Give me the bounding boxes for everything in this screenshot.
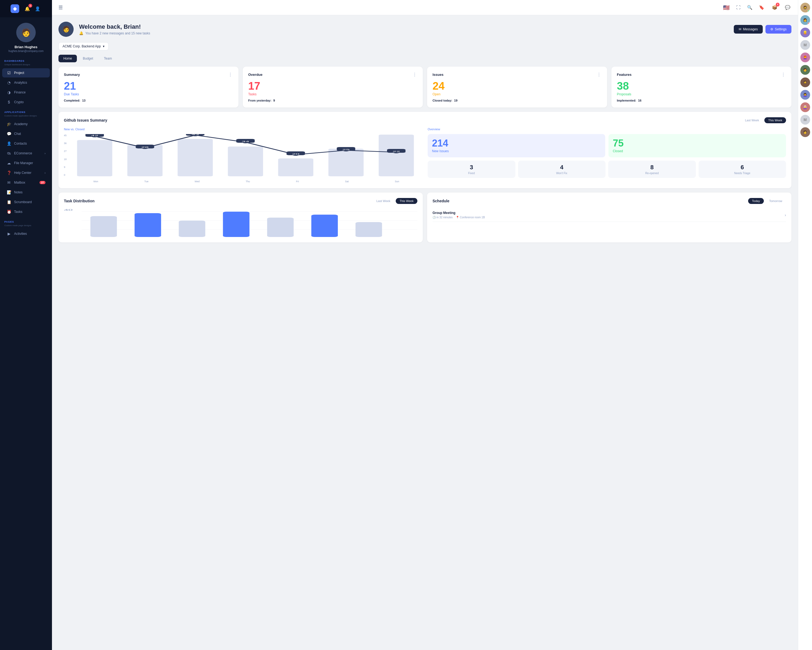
tomorrow-btn[interactable]: Tomorrow xyxy=(765,198,786,204)
sidebar-item-contacts-label: Contacts xyxy=(14,142,27,145)
hamburger-menu[interactable]: ☰ xyxy=(58,5,63,11)
sidebar-item-helpcenter[interactable]: ❓ Help Center › xyxy=(2,168,50,177)
messages-button[interactable]: ✉ Messages xyxy=(734,25,763,34)
sidebar-item-academy-label: Academy xyxy=(14,122,27,126)
notifications-icon[interactable]: 🔔 3 xyxy=(24,5,31,12)
right-avatar-3[interactable]: 👱 xyxy=(800,28,810,37)
bookmark-icon[interactable]: 🔖 xyxy=(759,5,765,10)
right-avatar-5[interactable]: 👩‍🦰 xyxy=(800,52,810,62)
sidebar-item-tasks-label: Tasks xyxy=(14,210,23,214)
new-issues-card: 214 New Issues xyxy=(427,134,605,158)
busy-indicator xyxy=(808,23,810,24)
right-avatar-4[interactable]: M xyxy=(800,40,810,50)
overdue-menu[interactable]: ⋮ xyxy=(412,72,417,77)
topbar-chat-icon[interactable]: 💬 xyxy=(785,5,791,10)
sidebar-item-notes[interactable]: 📝 Notes xyxy=(2,188,50,197)
right-avatar-1[interactable]: 🧔 xyxy=(800,3,810,12)
fullscreen-icon[interactable]: ⛶ xyxy=(736,5,740,10)
analytics-icon: ◔ xyxy=(6,80,11,85)
svg-text:34: 34 xyxy=(242,140,249,143)
project-selector[interactable]: ACME Corp. Backend App ▾ xyxy=(58,42,108,50)
week-toggle: Last Week This Week xyxy=(741,117,786,123)
search-icon[interactable]: 🔍 xyxy=(747,5,752,10)
sidebar-item-mailbox[interactable]: ✉ Mailbox 27 xyxy=(2,178,50,187)
sidebar-item-ecommerce[interactable]: 🛍 ECommerce › xyxy=(2,149,50,158)
app-logo[interactable]: ◈ xyxy=(11,5,19,13)
settings-gear-icon: ⚙ xyxy=(770,28,773,31)
svg-text:20: 20 xyxy=(292,153,300,155)
sidebar-item-chat[interactable]: 💬 Chat xyxy=(2,129,50,138)
sidebar-item-finance[interactable]: ◑ Finance xyxy=(2,88,50,97)
sidebar-top: ◈ 🔔 3 👤 xyxy=(0,0,52,17)
issues-menu[interactable]: ⋮ xyxy=(597,72,602,77)
svg-rect-4 xyxy=(278,158,313,176)
overview-area: Overview 214 New Issues 75 Closed xyxy=(427,128,786,183)
sidebar: ◈ 🔔 3 👤 🧑 Brian Hughes hughes.brian@comp… xyxy=(0,0,52,650)
right-avatar-11[interactable]: 🧑 xyxy=(800,127,810,137)
svg-rect-2 xyxy=(177,139,213,176)
crypto-icon: $ xyxy=(6,100,11,104)
sidebar-item-academy[interactable]: 🎓 Academy xyxy=(2,119,50,128)
main-tabs: Home Budget Team xyxy=(58,55,791,62)
github-chart-area: New vs. Closed 45 36 27 18 9 0 xyxy=(64,128,422,183)
issues-label: Open xyxy=(432,92,602,96)
sidebar-avatar[interactable]: 🧑 xyxy=(16,23,36,42)
sidebar-item-contacts[interactable]: 👤 Contacts xyxy=(2,139,50,148)
user-profile-icon[interactable]: 👤 xyxy=(34,5,41,12)
right-avatar-10[interactable]: M xyxy=(800,115,810,125)
task-last-week-btn[interactable]: Last Week xyxy=(372,198,394,204)
features-menu[interactable]: ⋮ xyxy=(781,72,786,77)
tab-budget[interactable]: Budget xyxy=(78,55,98,62)
sidebar-item-analytics[interactable]: ◔ Analytics xyxy=(2,78,50,87)
reopened-label: Re-opened xyxy=(611,172,693,175)
right-avatar-9[interactable]: 👩‍🦳 xyxy=(800,102,810,112)
svg-rect-6 xyxy=(379,135,414,176)
main-area: ☰ 🇺🇸 ⛶ 🔍 🔖 📦 5 💬 🧑 Welcome back, Brian! … xyxy=(52,0,798,650)
settings-button[interactable]: ⚙ Settings xyxy=(765,25,791,34)
scrumboard-icon: 📋 xyxy=(6,200,11,204)
tab-team[interactable]: Team xyxy=(99,55,117,62)
sidebar-user-email: hughes.brian@company.com xyxy=(8,50,43,52)
schedule-meeting-title: Group Meeting xyxy=(432,211,485,215)
right-avatar-7[interactable]: 🧔 xyxy=(800,78,810,87)
chart-svg: 42 28 43 34 xyxy=(70,134,422,176)
right-avatar-8[interactable]: 👩‍🦱 xyxy=(800,90,810,99)
sidebar-item-crypto[interactable]: $ Crypto xyxy=(2,98,50,107)
schedule-chevron-right[interactable]: › xyxy=(785,213,786,217)
task-this-week-btn[interactable]: This Week xyxy=(396,198,417,204)
fixed-card: 3 Fixed xyxy=(427,161,515,178)
sidebar-item-activities[interactable]: ▶ Activities xyxy=(2,229,50,238)
flag-icon[interactable]: 🇺🇸 xyxy=(723,5,730,11)
issues-title: Issues xyxy=(432,73,443,76)
sidebar-item-crypto-label: Crypto xyxy=(14,100,24,104)
svg-text:42: 42 xyxy=(91,134,99,137)
task-dist-header: Task Distribution Last Week This Week xyxy=(64,198,417,204)
right-avatar-6[interactable]: 🧑 xyxy=(800,65,810,75)
svg-rect-1 xyxy=(127,145,162,176)
fixed-label: Fixed xyxy=(431,172,512,175)
right-avatar-2[interactable]: 👩 xyxy=(800,15,810,25)
this-week-btn[interactable]: This Week xyxy=(765,117,786,123)
closed-label: Closed xyxy=(613,149,623,153)
helpcenter-icon: ❓ xyxy=(6,171,11,175)
sidebar-item-scrumboard[interactable]: 📋 Scrumboard xyxy=(2,197,50,206)
sidebar-item-tasks[interactable]: ⏰ Tasks xyxy=(2,207,50,216)
chevron-down-icon: ▾ xyxy=(103,44,104,48)
filemanager-icon: ☁ xyxy=(6,161,11,165)
svg-rect-5 xyxy=(328,149,363,176)
sidebar-item-filemanager[interactable]: ☁ File Manager xyxy=(2,158,50,168)
svg-rect-33 xyxy=(134,213,161,237)
today-btn[interactable]: Today xyxy=(748,198,763,204)
sidebar-item-project[interactable]: ☑ Project xyxy=(2,68,50,78)
messages-icon[interactable]: 📦 5 xyxy=(771,4,778,11)
mailbox-badge: 27 xyxy=(40,181,46,184)
sidebar-item-finance-label: Finance xyxy=(14,90,26,94)
sidebar-item-helpcenter-label: Help Center xyxy=(14,171,31,175)
sidebar-item-analytics-label: Analytics xyxy=(14,81,27,84)
features-number: 38 xyxy=(617,80,786,91)
last-week-btn[interactable]: Last Week xyxy=(741,117,763,123)
task-bar-chart: 40 xyxy=(64,207,417,237)
summary-menu[interactable]: ⋮ xyxy=(228,72,233,77)
svg-rect-36 xyxy=(267,218,294,237)
tab-home[interactable]: Home xyxy=(58,55,77,62)
